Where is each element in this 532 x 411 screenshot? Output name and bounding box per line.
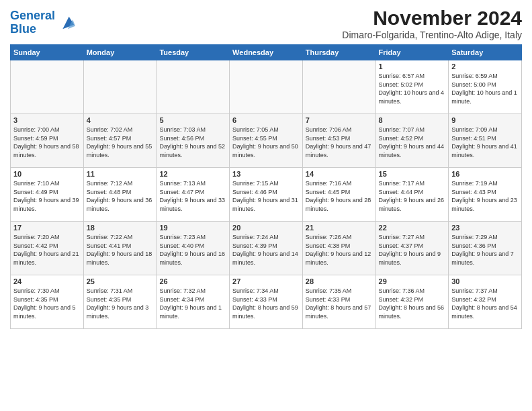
day-cell: 29Sunrise: 7:36 AM Sunset: 4:32 PM Dayli… xyxy=(375,275,449,329)
day-number: 16 xyxy=(451,170,519,178)
logo: General Blue xyxy=(10,9,75,36)
day-cell: 9Sunrise: 7:09 AM Sunset: 4:51 PM Daylig… xyxy=(449,114,522,168)
day-number: 20 xyxy=(232,224,300,232)
day-number: 19 xyxy=(159,224,226,232)
day-cell xyxy=(83,60,157,114)
subtitle: Dimaro-Folgarida, Trentino-Alto Adige, I… xyxy=(342,30,522,40)
day-number: 1 xyxy=(379,62,446,71)
day-cell xyxy=(157,60,230,114)
day-cell: 2Sunrise: 6:59 AM Sunset: 5:00 PM Daylig… xyxy=(449,60,522,114)
day-info: Sunrise: 6:59 AM Sunset: 5:00 PM Dayligh… xyxy=(451,73,517,105)
title-block: November 2024 Dimaro-Folgarida, Trentino… xyxy=(342,7,522,40)
day-info: Sunrise: 7:27 AM Sunset: 4:37 PM Dayligh… xyxy=(379,234,441,266)
day-number: 6 xyxy=(232,116,300,124)
day-info: Sunrise: 7:12 AM Sunset: 4:48 PM Dayligh… xyxy=(87,180,152,212)
day-info: Sunrise: 7:26 AM Sunset: 4:38 PM Dayligh… xyxy=(306,234,371,266)
day-cell: 13Sunrise: 7:15 AM Sunset: 4:46 PM Dayli… xyxy=(230,168,303,222)
day-info: Sunrise: 7:07 AM Sunset: 4:52 PM Dayligh… xyxy=(379,126,445,158)
logo-text: General Blue xyxy=(10,9,55,36)
day-info: Sunrise: 7:31 AM Sunset: 4:35 PM Dayligh… xyxy=(87,287,149,320)
day-number: 15 xyxy=(379,170,446,178)
header-row: Sunday Monday Tuesday Wednesday Thursday… xyxy=(11,45,522,60)
day-info: Sunrise: 7:30 AM Sunset: 4:35 PM Dayligh… xyxy=(13,287,76,320)
day-info: Sunrise: 7:36 AM Sunset: 4:32 PM Dayligh… xyxy=(379,287,445,320)
week-row-5: 24Sunrise: 7:30 AM Sunset: 4:35 PM Dayli… xyxy=(11,275,522,329)
col-tuesday: Tuesday xyxy=(157,45,230,60)
col-saturday: Saturday xyxy=(449,45,522,60)
day-cell: 25Sunrise: 7:31 AM Sunset: 4:35 PM Dayli… xyxy=(83,275,157,329)
day-info: Sunrise: 7:06 AM Sunset: 4:53 PM Dayligh… xyxy=(306,126,371,158)
col-friday: Friday xyxy=(375,45,449,60)
day-info: Sunrise: 7:02 AM Sunset: 4:57 PM Dayligh… xyxy=(87,126,152,158)
day-number: 9 xyxy=(451,116,519,124)
day-info: Sunrise: 7:13 AM Sunset: 4:47 PM Dayligh… xyxy=(159,180,225,212)
day-number: 17 xyxy=(13,224,81,232)
day-number: 12 xyxy=(159,170,226,178)
col-wednesday: Wednesday xyxy=(230,45,303,60)
logo-general: General xyxy=(10,9,55,22)
day-number: 2 xyxy=(451,62,519,71)
day-cell: 11Sunrise: 7:12 AM Sunset: 4:48 PM Dayli… xyxy=(83,168,157,222)
day-cell xyxy=(230,60,303,114)
col-monday: Monday xyxy=(83,45,157,60)
day-cell: 24Sunrise: 7:30 AM Sunset: 4:35 PM Dayli… xyxy=(11,275,84,329)
day-info: Sunrise: 7:29 AM Sunset: 4:36 PM Dayligh… xyxy=(451,234,514,266)
day-cell: 4Sunrise: 7:02 AM Sunset: 4:57 PM Daylig… xyxy=(83,114,157,168)
header: General Blue November 2024 Dimaro-Folgar… xyxy=(10,7,522,40)
day-cell: 27Sunrise: 7:34 AM Sunset: 4:33 PM Dayli… xyxy=(230,275,303,329)
week-row-2: 3Sunrise: 7:00 AM Sunset: 4:59 PM Daylig… xyxy=(11,114,522,168)
day-cell: 30Sunrise: 7:37 AM Sunset: 4:32 PM Dayli… xyxy=(449,275,522,329)
day-number: 5 xyxy=(159,116,226,124)
day-info: Sunrise: 7:34 AM Sunset: 4:33 PM Dayligh… xyxy=(232,287,298,320)
day-cell: 26Sunrise: 7:32 AM Sunset: 4:34 PM Dayli… xyxy=(157,275,230,329)
day-number: 24 xyxy=(13,277,81,285)
day-cell: 1Sunrise: 6:57 AM Sunset: 5:02 PM Daylig… xyxy=(375,60,449,114)
day-number: 30 xyxy=(451,277,519,285)
day-number: 28 xyxy=(306,277,373,285)
day-cell: 18Sunrise: 7:22 AM Sunset: 4:41 PM Dayli… xyxy=(83,222,157,275)
day-number: 3 xyxy=(13,116,81,124)
day-info: Sunrise: 7:10 AM Sunset: 4:49 PM Dayligh… xyxy=(13,180,79,212)
logo-icon xyxy=(56,13,75,32)
week-row-1: 1Sunrise: 6:57 AM Sunset: 5:02 PM Daylig… xyxy=(11,60,522,114)
day-info: Sunrise: 7:05 AM Sunset: 4:55 PM Dayligh… xyxy=(232,126,298,158)
day-number: 27 xyxy=(232,277,300,285)
day-cell: 10Sunrise: 7:10 AM Sunset: 4:49 PM Dayli… xyxy=(11,168,84,222)
day-info: Sunrise: 7:17 AM Sunset: 4:44 PM Dayligh… xyxy=(379,180,445,212)
day-cell: 19Sunrise: 7:23 AM Sunset: 4:40 PM Dayli… xyxy=(157,222,230,275)
day-number: 26 xyxy=(159,277,226,285)
day-info: Sunrise: 7:09 AM Sunset: 4:51 PM Dayligh… xyxy=(451,126,517,158)
day-number: 14 xyxy=(306,170,373,178)
day-number: 7 xyxy=(306,116,373,124)
main-title: November 2024 xyxy=(342,7,522,30)
day-info: Sunrise: 7:00 AM Sunset: 4:59 PM Dayligh… xyxy=(13,126,79,158)
week-row-4: 17Sunrise: 7:20 AM Sunset: 4:42 PM Dayli… xyxy=(11,222,522,275)
page: General Blue November 2024 Dimaro-Folgar… xyxy=(0,0,532,411)
day-cell: 28Sunrise: 7:35 AM Sunset: 4:33 PM Dayli… xyxy=(302,275,375,329)
day-cell: 6Sunrise: 7:05 AM Sunset: 4:55 PM Daylig… xyxy=(230,114,303,168)
day-cell: 7Sunrise: 7:06 AM Sunset: 4:53 PM Daylig… xyxy=(302,114,375,168)
calendar-table: Sunday Monday Tuesday Wednesday Thursday… xyxy=(10,44,522,329)
day-info: Sunrise: 7:24 AM Sunset: 4:39 PM Dayligh… xyxy=(232,234,298,266)
day-cell: 20Sunrise: 7:24 AM Sunset: 4:39 PM Dayli… xyxy=(230,222,303,275)
day-cell: 8Sunrise: 7:07 AM Sunset: 4:52 PM Daylig… xyxy=(375,114,449,168)
day-info: Sunrise: 7:35 AM Sunset: 4:33 PM Dayligh… xyxy=(306,287,371,320)
day-number: 10 xyxy=(13,170,81,178)
day-info: Sunrise: 7:22 AM Sunset: 4:41 PM Dayligh… xyxy=(87,234,152,266)
day-number: 21 xyxy=(306,224,373,232)
day-cell: 15Sunrise: 7:17 AM Sunset: 4:44 PM Dayli… xyxy=(375,168,449,222)
day-info: Sunrise: 7:20 AM Sunset: 4:42 PM Dayligh… xyxy=(13,234,79,266)
day-cell: 3Sunrise: 7:00 AM Sunset: 4:59 PM Daylig… xyxy=(11,114,84,168)
day-info: Sunrise: 7:16 AM Sunset: 4:45 PM Dayligh… xyxy=(306,180,371,212)
col-thursday: Thursday xyxy=(302,45,375,60)
day-number: 25 xyxy=(87,277,154,285)
day-cell: 5Sunrise: 7:03 AM Sunset: 4:56 PM Daylig… xyxy=(157,114,230,168)
day-cell: 14Sunrise: 7:16 AM Sunset: 4:45 PM Dayli… xyxy=(302,168,375,222)
day-number: 13 xyxy=(232,170,300,178)
day-number: 11 xyxy=(87,170,154,178)
logo-blue: Blue xyxy=(10,22,36,36)
day-number: 8 xyxy=(379,116,446,124)
day-info: Sunrise: 7:37 AM Sunset: 4:32 PM Dayligh… xyxy=(451,287,517,320)
day-cell: 16Sunrise: 7:19 AM Sunset: 4:43 PM Dayli… xyxy=(449,168,522,222)
day-info: Sunrise: 7:03 AM Sunset: 4:56 PM Dayligh… xyxy=(159,126,225,158)
